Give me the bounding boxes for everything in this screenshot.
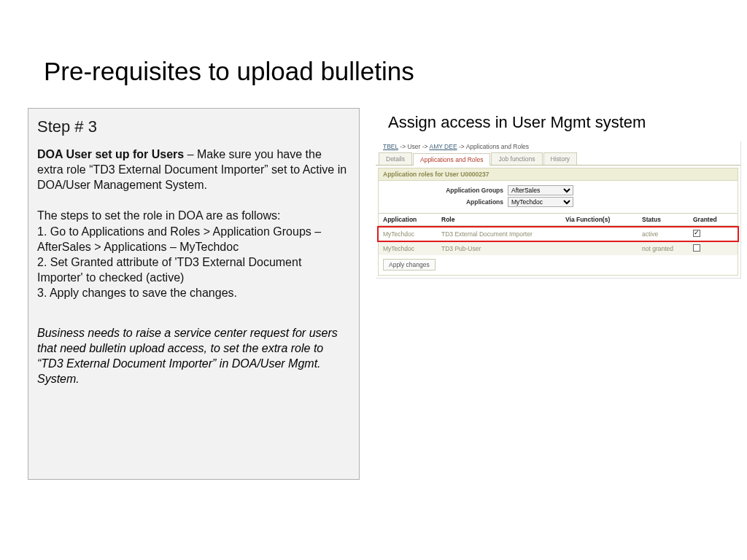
panel-heading: Application roles for User U0000237 bbox=[379, 168, 738, 181]
roles-panel: Application roles for User U0000237 Appl… bbox=[378, 168, 738, 276]
apps-row: Applications MyTechdoc bbox=[383, 197, 733, 207]
breadcrumb-user[interactable]: AMY DEE bbox=[429, 143, 457, 150]
step-1: 1. Go to Applications and Roles > Applic… bbox=[37, 225, 321, 253]
slide: Pre-requisites to upload bulletins Step … bbox=[0, 0, 747, 560]
cell-role: TD3 Pub-User bbox=[437, 243, 561, 254]
tab-details[interactable]: Details bbox=[379, 152, 412, 165]
right-caption: Assign access in User Mgmt system bbox=[388, 113, 646, 132]
cell-granted bbox=[689, 228, 729, 241]
p1-bold: DOA User set up for Users bbox=[37, 148, 184, 160]
breadcrumb: TBEL -> User -> AMY DEE -> Applications … bbox=[376, 141, 740, 152]
page-title: Pre-requisites to upload bulletins bbox=[44, 57, 414, 86]
breadcrumb-root[interactable]: TBEL bbox=[383, 143, 398, 150]
col-status: Status bbox=[638, 214, 689, 225]
bc-sep: -> User -> bbox=[398, 143, 430, 150]
instruction-body: DOA User set up for Users – Make sure yo… bbox=[37, 147, 350, 300]
p2: The steps to set the role in DOA are as … bbox=[37, 209, 281, 222]
cell-app: MyTechdoc bbox=[379, 228, 437, 240]
step-2: 2. Set Granted attribute of 'TD3 Externa… bbox=[37, 256, 301, 284]
tab-bar: Details Applications and Roles Job funct… bbox=[376, 152, 740, 166]
col-role: Role bbox=[437, 214, 561, 225]
cell-role: TD3 External Document Importer bbox=[437, 228, 561, 240]
cell-app: MyTechdoc bbox=[379, 243, 437, 254]
tab-job-functions[interactable]: Job functions bbox=[491, 152, 542, 165]
cell-status: not granted bbox=[638, 243, 689, 254]
cell-func bbox=[561, 232, 638, 236]
groups-select[interactable]: AfterSales bbox=[508, 185, 573, 195]
tab-applications-roles[interactable]: Applications and Roles bbox=[413, 153, 490, 166]
apply-changes-button[interactable]: Apply changes bbox=[383, 259, 436, 271]
table-row: MyTechdoc TD3 External Document Importer… bbox=[377, 226, 739, 242]
instruction-panel: Step # 3 DOA User set up for Users – Mak… bbox=[28, 108, 360, 480]
col-granted: Granted bbox=[689, 214, 729, 225]
grid-header: Application Role Via Function(s) Status … bbox=[379, 213, 738, 226]
granted-checkbox[interactable] bbox=[693, 244, 700, 252]
cell-granted bbox=[689, 242, 729, 255]
col-application: Application bbox=[379, 214, 437, 225]
groups-label: Application Groups bbox=[383, 187, 503, 194]
bc-tail: -> Applications and Roles bbox=[457, 143, 530, 150]
apps-label: Applications bbox=[383, 198, 503, 206]
step-3: 3. Apply changes to save the changes. bbox=[37, 287, 237, 299]
cell-status: active bbox=[638, 228, 689, 240]
tab-history[interactable]: History bbox=[543, 152, 577, 165]
table-row: MyTechdoc TD3 Pub-User not granted bbox=[379, 242, 738, 255]
business-note: Business needs to raise a service center… bbox=[37, 325, 350, 386]
groups-row: Application Groups AfterSales bbox=[383, 185, 733, 195]
col-function: Via Function(s) bbox=[561, 214, 638, 225]
step-heading: Step # 3 bbox=[37, 117, 350, 136]
granted-checkbox[interactable] bbox=[693, 230, 700, 237]
filter-form: Application Groups AfterSales Applicatio… bbox=[379, 181, 738, 213]
cell-func bbox=[561, 246, 638, 251]
apps-select[interactable]: MyTechdoc bbox=[508, 197, 573, 207]
user-mgmt-screenshot: TBEL -> User -> AMY DEE -> Applications … bbox=[376, 141, 741, 279]
